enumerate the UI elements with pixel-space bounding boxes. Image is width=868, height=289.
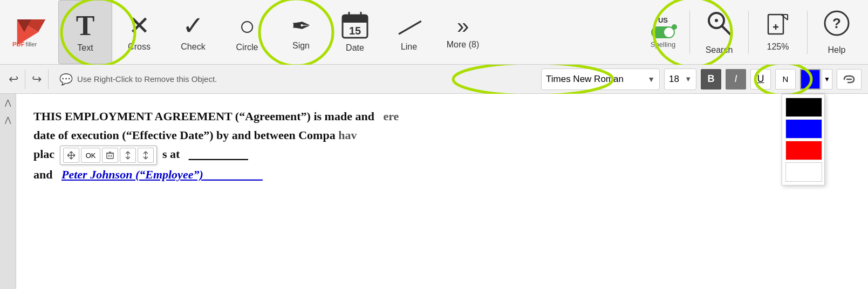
redo-button[interactable]: ↪ [30,70,44,88]
sign-icon: ✒ [291,14,311,38]
tool-text[interactable]: T Text [58,0,112,64]
tool-search[interactable]: Search [692,0,746,64]
svg-text:filler: filler [26,40,37,47]
color-option-black[interactable] [785,98,822,117]
inline-move-down-button[interactable] [138,148,154,163]
svg-text:PDF: PDF [12,40,25,47]
tool-circle[interactable]: ○ Circle [220,0,274,64]
svg-rect-27 [107,153,113,159]
tool-date-label: Date [346,43,364,53]
divider-2 [748,11,749,54]
format-divider-0 [25,70,25,89]
svg-line-16 [781,15,788,20]
color-option-blue[interactable] [785,119,822,139]
tool-more[interactable]: » More (8) [436,0,490,64]
inline-ok-button[interactable]: OK [81,148,101,163]
date-icon: 15 [341,12,368,40]
doc-line-4-prefix: and [33,168,58,181]
more-icon: » [457,15,469,37]
normal-button[interactable]: N [775,69,796,90]
format-bar: ↩ ↪ 💬 Use Right-Click to Remove this Obj… [0,65,868,94]
tool-help-label: Help [828,45,846,55]
color-option-white[interactable] [785,162,822,182]
undo-button[interactable]: ↩ [6,70,20,88]
svg-rect-6 [343,15,367,23]
online-dot [672,24,677,30]
scroll-up-icon[interactable]: ⋀ [5,98,11,107]
search-icon [706,10,733,42]
scroll-down-icon[interactable]: ⋀ [5,115,11,124]
tool-help[interactable]: ? Help [810,0,864,64]
tool-cross[interactable]: ✕ Cross [112,0,166,64]
link-button[interactable] [837,69,862,90]
italic-button[interactable]: I [726,69,746,90]
main-area: ⋀ ⋀ THIS EMPLOYMENT AGREEMENT (“Agreemen… [0,94,868,289]
main-toolbar: PDF filler T Text ✕ Cross ✓ Check ○ Circ… [0,0,868,65]
document-area: THIS EMPLOYMENT AGREEMENT (“Agreement”) … [16,94,868,289]
divider-1 [689,11,690,54]
underline-button[interactable]: U [750,69,771,90]
color-button-group: ▼ [800,69,832,90]
employee-name-text: Peter Johnson (“Employee”) [61,168,203,181]
color-swatch[interactable] [800,69,821,90]
inline-move-up-button[interactable] [120,148,136,163]
doc-line-4: and Peter Johnson (“Employee”)__________ [33,165,851,184]
hint-bubble: 💬 Use Right-Click to Remove this Object. [53,70,223,89]
tool-check[interactable]: ✓ Check [166,0,220,64]
format-divider-1 [48,70,49,89]
spelling-toggle[interactable]: US Spelling [639,0,687,64]
add-page-icon [766,12,790,39]
font-size: 18 [669,74,685,85]
svg-text:?: ? [832,15,841,31]
doc-line-1-text: THIS EMPLOYMENT AGREEMENT (“Agreement”) … [33,109,374,123]
left-scroll: ⋀ ⋀ [0,94,16,289]
hint-text: Use Right-Click to Remove this Object. [77,74,217,84]
inline-delete-button[interactable] [102,148,118,163]
tool-circle-label: Circle [236,43,258,52]
doc-line-3-prefix: plac [33,147,54,161]
tool-zoom[interactable]: 125% [751,0,805,64]
tool-text-label: Text [77,43,93,53]
check-icon: ✓ [182,13,204,39]
tool-more-label: More (8) [447,40,479,50]
logo: PDF filler [4,0,58,64]
cross-icon: ✕ [128,13,150,39]
inline-object-toolbar: OK [60,146,158,165]
color-dropdown-popup [782,94,825,185]
font-name: Times New Roman [546,74,643,85]
doc-line-1-cont: ere [377,109,399,123]
bold-button[interactable]: B [701,69,721,90]
bubble-icon: 💬 [59,73,73,86]
svg-text:15: 15 [349,25,361,37]
svg-point-12 [715,19,718,22]
doc-line-3: plac OK [33,144,851,165]
doc-line-1: THIS EMPLOYMENT AGREEMENT (“Agreement”) … [33,107,851,126]
text-icon: T [76,12,95,40]
spelling-label: Spelling [651,40,675,49]
font-size-arrow: ▼ [685,75,692,83]
color-dropdown-arrow[interactable]: ▼ [822,69,832,90]
doc-line-2: date of execution (“Effective Date”) by … [33,126,851,144]
tool-check-label: Check [181,42,205,52]
divider-3 [807,11,808,54]
tool-zoom-label: 125% [767,42,789,52]
spelling-us-label: US [658,16,668,24]
doc-line-3-at: s at __________ [162,147,248,161]
tool-sign[interactable]: ✒ Sign [274,0,328,64]
tool-line-label: Line [401,42,417,52]
doc-line-2-text: date of execution (“Effective Date”) by … [33,128,336,142]
tool-cross-label: Cross [128,42,151,52]
inline-move-button[interactable] [63,148,79,163]
circle-icon: ○ [239,12,255,39]
tool-search-label: Search [706,45,733,55]
doc-line-2-cont: hav [338,128,357,142]
svg-line-11 [722,26,730,35]
tool-line[interactable]: — Line [382,0,436,64]
font-size-selector[interactable]: 18 ▼ [664,68,696,90]
document-content: THIS EMPLOYMENT AGREEMENT (“Agreement”) … [33,107,851,184]
font-selector[interactable]: Times New Roman ▼ [541,68,660,90]
font-dropdown-arrow: ▼ [647,75,655,84]
color-option-red[interactable] [785,141,822,160]
tool-date[interactable]: 15 Date [328,0,382,64]
spelling-switch[interactable] [651,26,675,38]
